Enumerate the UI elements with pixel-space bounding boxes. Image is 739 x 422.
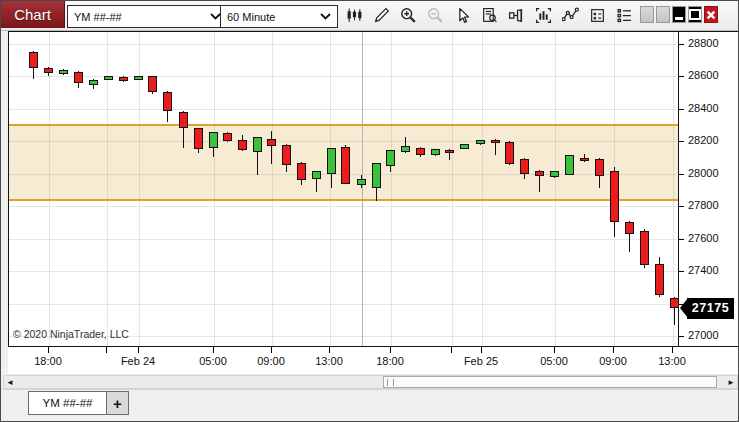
price-tick-label: 28800 (688, 37, 719, 49)
candle-body (223, 133, 232, 140)
pin-button[interactable] (640, 6, 654, 23)
candle-body (491, 140, 500, 143)
scroll-left-button[interactable]: ◄ (4, 376, 16, 388)
session-break-line (362, 32, 363, 346)
candle-body (253, 137, 262, 152)
properties-icon (589, 7, 606, 24)
scroll-right-button[interactable]: ► (725, 376, 737, 388)
candle-body (550, 171, 559, 177)
tab-instrument[interactable]: YM ##-## (28, 391, 107, 415)
time-axis[interactable]: 18:00Feb 2405:0009:0013:0018:00Feb 2505:… (8, 347, 738, 374)
price-tick (679, 206, 684, 207)
candle-body (44, 68, 53, 74)
time-tick (481, 347, 482, 353)
display-list-icon (616, 7, 633, 24)
candle-body (625, 222, 634, 234)
candle-body (297, 163, 306, 180)
tab-instrument-label: YM ##-## (43, 397, 93, 409)
copyright-text: © 2020 NinjaTrader, LLC (13, 328, 129, 340)
add-tab-button[interactable]: + (106, 391, 129, 415)
zoom-out-icon (427, 7, 444, 24)
strategies-icon (562, 7, 579, 24)
time-tick (613, 347, 614, 353)
v-gridline (452, 32, 453, 346)
price-tick-label: 28400 (688, 102, 719, 114)
candle-body (89, 80, 98, 85)
candle-body (460, 144, 469, 149)
data-box-button[interactable] (477, 4, 501, 27)
time-tick-label: 13:00 (315, 355, 343, 367)
price-marker-value: 27175 (687, 298, 734, 319)
cursor-icon (454, 7, 471, 24)
candle-body (445, 150, 454, 153)
candle-body (535, 171, 544, 177)
price-tick (679, 239, 684, 240)
candle-body (74, 72, 83, 83)
candle-body (505, 142, 514, 164)
time-tick-label: 09:00 (257, 355, 285, 367)
add-tab-icon: + (113, 395, 122, 412)
price-tick (679, 174, 684, 175)
link-button[interactable] (656, 6, 670, 23)
candle-body (29, 52, 38, 68)
scroll-right-icon: ► (727, 378, 735, 387)
candle-body (104, 76, 113, 79)
price-tick-label: 27400 (688, 264, 719, 276)
chart-style-icon (346, 7, 363, 24)
minimize-button[interactable] (672, 6, 686, 23)
candle-body (194, 128, 203, 149)
price-tick (679, 44, 684, 45)
data-box-icon (481, 7, 498, 24)
candle-body (372, 163, 381, 188)
candle-body (59, 70, 68, 74)
interval-selector-value: 60 Minute (227, 11, 320, 23)
chart-style-button[interactable] (342, 4, 366, 27)
time-tick (213, 347, 214, 353)
h-gridline (9, 44, 678, 45)
zoom-in-icon (400, 7, 417, 24)
strategies-button[interactable] (558, 4, 582, 27)
candle-body (565, 155, 574, 174)
indicators-button[interactable] (531, 4, 555, 27)
scrollbar-thumb[interactable] (383, 376, 717, 388)
title-bar: Chart YM ##-## 60 Minute (1, 1, 738, 31)
display-settings-button[interactable] (612, 4, 636, 27)
plot-area[interactable]: © 2020 NinjaTrader, LLC (8, 31, 679, 347)
candle-body (416, 148, 425, 155)
ninjatrader-chart-window: { "titlebar": { "tab_label": "Chart", "i… (0, 0, 739, 422)
candle-body (431, 149, 440, 155)
v-gridline (214, 32, 215, 346)
indicators-icon (535, 7, 552, 24)
chevron-down-icon (320, 13, 331, 20)
h-gridline (9, 239, 678, 240)
h-gridline (9, 271, 678, 272)
instrument-selector[interactable]: YM ##-## (67, 5, 228, 28)
horizontal-scrollbar[interactable]: ◄ ► (3, 375, 738, 389)
candle-body (357, 179, 366, 185)
candle-body (327, 148, 336, 174)
candle-body (386, 150, 395, 165)
time-tick (48, 347, 49, 353)
candle-body (341, 147, 350, 184)
candle-body (209, 132, 218, 148)
candle-body (595, 159, 604, 176)
close-button[interactable] (704, 6, 718, 23)
price-axis[interactable]: 27175 2880028600284002820028000278002760… (679, 31, 738, 347)
time-tick-label: 18:00 (376, 355, 404, 367)
drawing-tools-button[interactable] (369, 4, 393, 27)
properties-button[interactable] (585, 4, 609, 27)
maximize-icon (689, 9, 701, 20)
interval-selector[interactable]: 60 Minute (220, 5, 338, 28)
price-tick (679, 271, 684, 272)
time-tick (672, 347, 673, 353)
cursor-button[interactable] (450, 4, 474, 27)
close-icon (706, 10, 716, 20)
time-tick (329, 347, 330, 353)
pencil-icon (373, 7, 390, 24)
zoom-in-button[interactable] (396, 4, 420, 27)
price-tick-label: 27800 (688, 199, 719, 211)
candle-body (655, 264, 664, 296)
maximize-button[interactable] (688, 6, 702, 23)
time-tick-label: Feb 24 (121, 355, 155, 367)
chart-trader-button[interactable] (504, 4, 528, 27)
